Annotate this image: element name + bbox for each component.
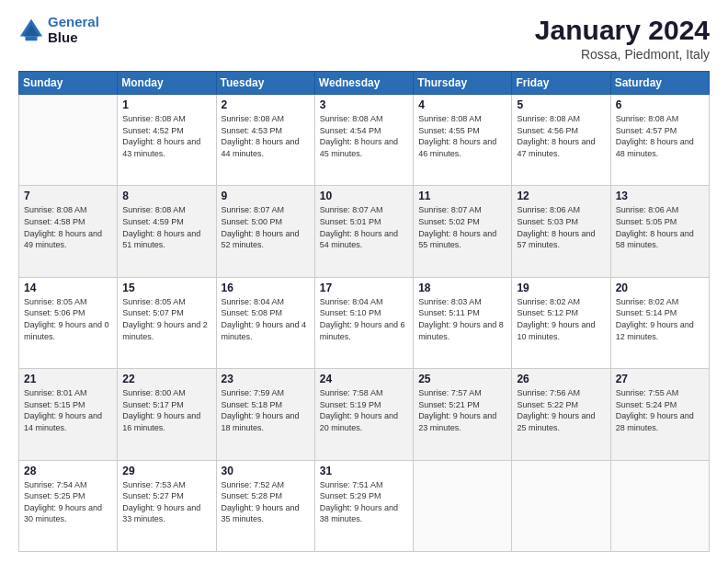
logo-text: General Blue (48, 15, 99, 45)
day-number: 19 (517, 282, 605, 294)
calendar-day-cell: 15Sunrise: 8:05 AMSunset: 5:07 PMDayligh… (118, 277, 216, 368)
calendar-day-header: Friday (512, 72, 610, 95)
day-info: Sunrise: 8:08 AMSunset: 4:53 PMDaylight:… (222, 113, 310, 159)
day-info: Sunrise: 8:08 AMSunset: 4:55 PMDaylight:… (418, 113, 506, 159)
day-number: 17 (320, 282, 408, 294)
day-number: 23 (222, 373, 310, 385)
calendar-day-cell: 20Sunrise: 8:02 AMSunset: 5:14 PMDayligh… (610, 277, 709, 368)
day-info: Sunrise: 8:06 AMSunset: 5:03 PMDaylight:… (517, 204, 605, 250)
calendar-day-cell: 24Sunrise: 7:58 AMSunset: 5:19 PMDayligh… (314, 369, 413, 460)
calendar-day-cell: 11Sunrise: 8:07 AMSunset: 5:02 PMDayligh… (414, 186, 512, 277)
calendar-day-cell: 10Sunrise: 8:07 AMSunset: 5:01 PMDayligh… (314, 186, 413, 277)
day-number: 26 (517, 373, 605, 385)
calendar-day-cell: 17Sunrise: 8:04 AMSunset: 5:10 PMDayligh… (314, 277, 413, 368)
calendar-day-cell (512, 460, 610, 551)
day-info: Sunrise: 7:57 AMSunset: 5:21 PMDaylight:… (418, 387, 506, 433)
logo: General Blue (18, 15, 99, 45)
day-number: 20 (616, 282, 704, 294)
calendar-table: SundayMondayTuesdayWednesdayThursdayFrid… (18, 71, 710, 552)
calendar-day-cell: 19Sunrise: 8:02 AMSunset: 5:12 PMDayligh… (512, 277, 610, 368)
page: General Blue January 2024 Rossa, Piedmon… (0, 0, 728, 563)
day-info: Sunrise: 7:51 AMSunset: 5:29 PMDaylight:… (320, 479, 408, 525)
day-info: Sunrise: 8:08 AMSunset: 4:56 PMDaylight:… (517, 113, 605, 159)
day-number: 25 (418, 373, 506, 385)
calendar-week-row: 1Sunrise: 8:08 AMSunset: 4:52 PMDaylight… (19, 95, 710, 186)
calendar-week-row: 28Sunrise: 7:54 AMSunset: 5:25 PMDayligh… (19, 460, 710, 551)
day-number: 3 (320, 98, 408, 111)
day-info: Sunrise: 8:06 AMSunset: 5:05 PMDaylight:… (616, 204, 704, 250)
calendar-day-cell: 7Sunrise: 8:08 AMSunset: 4:58 PMDaylight… (19, 186, 118, 277)
day-info: Sunrise: 7:54 AMSunset: 5:25 PMDaylight:… (24, 479, 112, 525)
day-number: 5 (517, 98, 605, 111)
day-number: 8 (122, 190, 210, 202)
calendar-day-cell: 14Sunrise: 8:05 AMSunset: 5:06 PMDayligh… (19, 277, 118, 368)
calendar-day-header: Thursday (414, 72, 512, 95)
calendar-week-row: 14Sunrise: 8:05 AMSunset: 5:06 PMDayligh… (19, 277, 710, 368)
calendar-day-header: Wednesday (314, 72, 413, 95)
day-number: 13 (616, 190, 704, 202)
day-info: Sunrise: 8:08 AMSunset: 4:57 PMDaylight:… (616, 113, 704, 159)
day-info: Sunrise: 8:07 AMSunset: 5:00 PMDaylight:… (222, 204, 310, 250)
day-number: 21 (24, 373, 112, 385)
calendar-day-cell: 3Sunrise: 8:08 AMSunset: 4:54 PMDaylight… (314, 95, 413, 186)
calendar-day-cell: 4Sunrise: 8:08 AMSunset: 4:55 PMDaylight… (414, 95, 512, 186)
main-title: January 2024 (535, 15, 710, 45)
calendar-day-cell (19, 95, 118, 186)
day-info: Sunrise: 8:08 AMSunset: 4:59 PMDaylight:… (122, 204, 210, 250)
day-info: Sunrise: 7:56 AMSunset: 5:22 PMDaylight:… (517, 387, 605, 433)
day-info: Sunrise: 7:52 AMSunset: 5:28 PMDaylight:… (222, 479, 310, 525)
calendar-day-cell: 13Sunrise: 8:06 AMSunset: 5:05 PMDayligh… (610, 186, 709, 277)
day-number: 31 (320, 465, 408, 477)
day-info: Sunrise: 7:53 AMSunset: 5:27 PMDaylight:… (122, 479, 210, 525)
calendar-day-cell: 18Sunrise: 8:03 AMSunset: 5:11 PMDayligh… (414, 277, 512, 368)
logo-line1: General (48, 14, 99, 29)
day-info: Sunrise: 8:02 AMSunset: 5:14 PMDaylight:… (616, 296, 704, 342)
day-number: 2 (222, 98, 310, 111)
logo-icon (18, 17, 44, 43)
calendar-header-row: SundayMondayTuesdayWednesdayThursdayFrid… (19, 72, 710, 95)
day-number: 27 (616, 373, 704, 385)
day-info: Sunrise: 8:08 AMSunset: 4:52 PMDaylight:… (122, 113, 210, 159)
day-info: Sunrise: 8:07 AMSunset: 5:01 PMDaylight:… (320, 204, 408, 250)
calendar-week-row: 7Sunrise: 8:08 AMSunset: 4:58 PMDaylight… (19, 186, 710, 277)
day-number: 16 (222, 282, 310, 294)
calendar-day-header: Tuesday (216, 72, 314, 95)
day-number: 9 (222, 190, 310, 202)
day-number: 22 (122, 373, 210, 385)
calendar-day-cell: 22Sunrise: 8:00 AMSunset: 5:17 PMDayligh… (118, 369, 216, 460)
calendar-day-cell: 29Sunrise: 7:53 AMSunset: 5:27 PMDayligh… (118, 460, 216, 551)
day-number: 15 (122, 282, 210, 294)
day-info: Sunrise: 8:07 AMSunset: 5:02 PMDaylight:… (418, 204, 506, 250)
calendar-day-cell: 9Sunrise: 8:07 AMSunset: 5:00 PMDaylight… (216, 186, 314, 277)
day-info: Sunrise: 8:00 AMSunset: 5:17 PMDaylight:… (122, 387, 210, 433)
calendar-day-cell: 6Sunrise: 8:08 AMSunset: 4:57 PMDaylight… (610, 95, 709, 186)
calendar-day-cell: 8Sunrise: 8:08 AMSunset: 4:59 PMDaylight… (118, 186, 216, 277)
day-number: 11 (418, 190, 506, 202)
logo-line2: Blue (48, 30, 99, 46)
day-number: 18 (418, 282, 506, 294)
day-info: Sunrise: 7:58 AMSunset: 5:19 PMDaylight:… (320, 387, 408, 433)
day-number: 30 (222, 465, 310, 477)
calendar-day-cell: 1Sunrise: 8:08 AMSunset: 4:52 PMDaylight… (118, 95, 216, 186)
calendar-day-cell (610, 460, 709, 551)
day-info: Sunrise: 7:59 AMSunset: 5:18 PMDaylight:… (222, 387, 310, 433)
calendar-day-cell: 23Sunrise: 7:59 AMSunset: 5:18 PMDayligh… (216, 369, 314, 460)
calendar-week-row: 21Sunrise: 8:01 AMSunset: 5:15 PMDayligh… (19, 369, 710, 460)
day-info: Sunrise: 8:05 AMSunset: 5:06 PMDaylight:… (24, 296, 112, 342)
day-number: 29 (122, 465, 210, 477)
calendar-day-cell: 26Sunrise: 7:56 AMSunset: 5:22 PMDayligh… (512, 369, 610, 460)
calendar-day-cell: 12Sunrise: 8:06 AMSunset: 5:03 PMDayligh… (512, 186, 610, 277)
day-info: Sunrise: 8:05 AMSunset: 5:07 PMDaylight:… (122, 296, 210, 342)
day-number: 6 (616, 98, 704, 111)
day-info: Sunrise: 8:04 AMSunset: 5:10 PMDaylight:… (320, 296, 408, 342)
calendar-day-cell: 5Sunrise: 8:08 AMSunset: 4:56 PMDaylight… (512, 95, 610, 186)
day-number: 10 (320, 190, 408, 202)
day-number: 28 (24, 465, 112, 477)
day-number: 1 (122, 98, 210, 111)
day-number: 7 (24, 190, 112, 202)
svg-rect-2 (25, 36, 37, 40)
calendar-day-cell: 30Sunrise: 7:52 AMSunset: 5:28 PMDayligh… (216, 460, 314, 551)
calendar-day-cell: 16Sunrise: 8:04 AMSunset: 5:08 PMDayligh… (216, 277, 314, 368)
day-info: Sunrise: 7:55 AMSunset: 5:24 PMDaylight:… (616, 387, 704, 433)
calendar-day-header: Monday (118, 72, 216, 95)
